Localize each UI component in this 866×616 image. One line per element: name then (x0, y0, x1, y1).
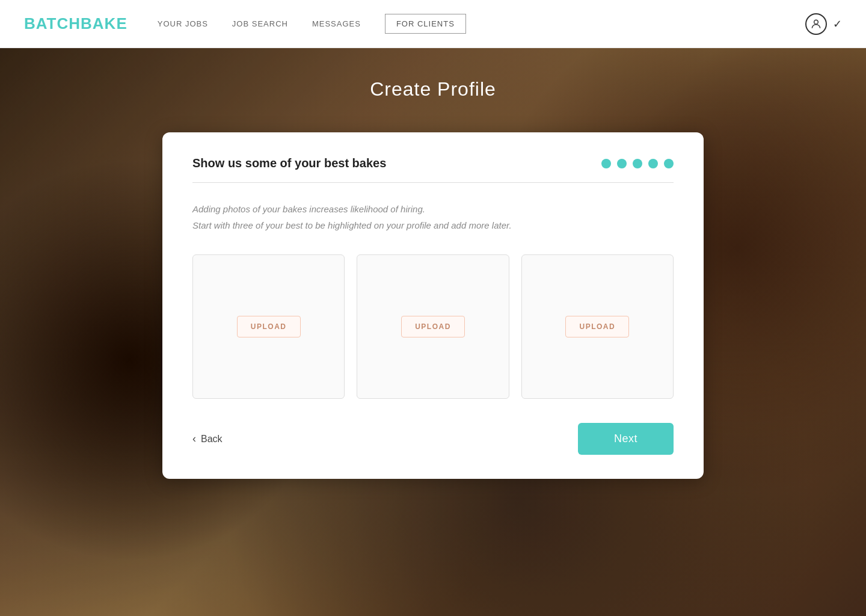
back-label: Back (201, 434, 223, 445)
description-line1: Adding photos of your bakes increases li… (192, 204, 425, 214)
progress-dot-2 (617, 159, 627, 168)
user-icon (805, 13, 827, 35)
progress-dot-3 (633, 159, 642, 168)
nav-messages[interactable]: MESSAGES (312, 19, 361, 28)
card-footer: ‹ Back Next (192, 423, 674, 455)
progress-dots (601, 159, 674, 168)
nav-links: YOUR JOBS JOB SEARCH MESSAGES FOR CLIENT… (158, 14, 805, 34)
upload-button-2[interactable]: UPLOAD (401, 316, 465, 337)
upload-areas: UPLOAD UPLOAD UPLOAD (192, 254, 674, 399)
progress-dot-5 (664, 159, 674, 168)
upload-button-1[interactable]: UPLOAD (237, 316, 301, 337)
nav-job-search[interactable]: JOB SEARCH (232, 19, 288, 28)
card-heading: Show us some of your best bakes (192, 156, 386, 170)
upload-box-3[interactable]: UPLOAD (521, 254, 674, 399)
card-description: Adding photos of your bakes increases li… (192, 201, 674, 233)
back-chevron-icon: ‹ (192, 433, 196, 445)
chevron-down-icon: ✓ (833, 17, 842, 31)
brand-logo[interactable]: BATCHBAKE (24, 14, 127, 33)
page-title: Create Profile (0, 78, 866, 100)
user-menu[interactable]: ✓ (805, 13, 842, 35)
upload-box-2[interactable]: UPLOAD (357, 254, 509, 399)
divider (192, 182, 674, 183)
progress-dot-4 (648, 159, 658, 168)
create-profile-card: Show us some of your best bakes Adding p… (162, 132, 704, 479)
upload-box-1[interactable]: UPLOAD (192, 254, 345, 399)
description-line2: Start with three of your best to be high… (192, 220, 512, 230)
nav-for-clients[interactable]: FOR CLIENTS (385, 14, 466, 34)
navbar: BATCHBAKE YOUR JOBS JOB SEARCH MESSAGES … (0, 0, 866, 48)
svg-point-0 (814, 20, 818, 24)
upload-button-3[interactable]: UPLOAD (565, 316, 629, 337)
card-header: Show us some of your best bakes (192, 156, 674, 170)
progress-dot-1 (601, 159, 611, 168)
page-title-container: Create Profile (0, 48, 866, 100)
back-button[interactable]: ‹ Back (192, 433, 223, 445)
next-button[interactable]: Next (578, 423, 674, 455)
nav-your-jobs[interactable]: YOUR JOBS (158, 19, 208, 28)
